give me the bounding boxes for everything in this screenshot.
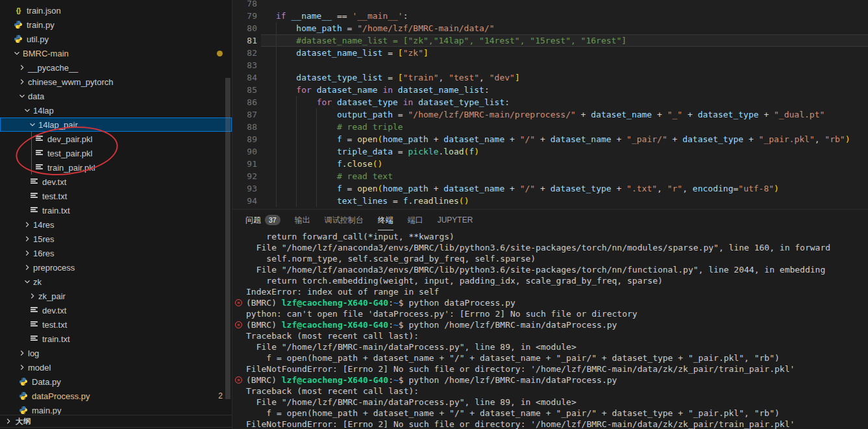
- panel-tab-ports[interactable]: 端口: [408, 210, 423, 230]
- code-line-79[interactable]: 79if __name__ == '__main__':: [232, 10, 868, 22]
- file-label: train.json: [27, 6, 61, 16]
- tree-item-train-txt[interactable]: train.txt: [0, 332, 232, 346]
- chevron-down-icon: [22, 105, 32, 116]
- file-label: dev.txt: [42, 177, 66, 187]
- panel-tab-problems[interactable]: 问题37: [245, 210, 280, 230]
- code-line-80[interactable]: 80 home_path = "/home/lzf/BMRC-main/data…: [232, 22, 868, 34]
- python-icon: [14, 20, 23, 29]
- code-text: f.close(): [276, 158, 382, 170]
- tree-folder-14lap[interactable]: 14lap: [0, 103, 232, 117]
- terminal-line: File "/home/lzf/BMRC-main/dataProcess.py…: [232, 341, 868, 352]
- tree-folder-preprocess[interactable]: preprocess: [0, 260, 232, 275]
- panel-tab-output[interactable]: 输出: [295, 210, 310, 230]
- line-number[interactable]: 84: [232, 71, 257, 84]
- panel-tab-jupyter[interactable]: JUPYTER: [438, 210, 473, 230]
- tree-item-data-py[interactable]: Data.py: [0, 374, 232, 389]
- code-line-88[interactable]: 88 # read triple: [232, 121, 868, 133]
- git-changes-badge: 2: [218, 391, 223, 400]
- line-number[interactable]: 85: [232, 84, 257, 96]
- code-line-83[interactable]: 83: [232, 59, 868, 71]
- tree-folder-chinese-wwm-pytorch[interactable]: chinese_wwm_pytorch: [0, 75, 232, 89]
- code-line-90[interactable]: 90 triple_data = pickle.load(f): [232, 145, 868, 158]
- code-line-84[interactable]: 84 dataset_type_list = ["train", "test",…: [232, 71, 868, 84]
- line-number[interactable]: 78: [232, 0, 257, 10]
- tree-folder-zk-pair[interactable]: zk_pair: [0, 289, 232, 303]
- file-label: Data.py: [32, 377, 61, 387]
- code-line-89[interactable]: 89 f = open(home_path + dataset_name + "…: [232, 133, 868, 145]
- code-line-86[interactable]: 86 for dataset_type in dataset_type_list…: [232, 96, 868, 108]
- panel-tab-label: 输出: [295, 215, 310, 226]
- tree-item-test-txt[interactable]: test.txt: [0, 189, 232, 203]
- code-text: #dataset_name_list = ["zk","14lap", "14r…: [276, 34, 626, 47]
- tree-item-dev-txt[interactable]: dev.txt: [0, 175, 232, 189]
- command-failed-icon: ✕: [235, 376, 242, 384]
- tree-folder-model[interactable]: model: [0, 360, 232, 374]
- line-number[interactable]: 82: [232, 47, 257, 59]
- terminal-line: File "/home/lzf/anaconda3/envs/BMRC/lib/…: [232, 264, 868, 275]
- line-number[interactable]: 79: [232, 10, 257, 22]
- code-line-87[interactable]: 87 output_path = "/home/lzf/BMRC-main/pr…: [232, 108, 868, 121]
- tree-folder-16res[interactable]: 16res: [0, 246, 232, 260]
- file-icon: [34, 134, 43, 143]
- tree-folder-log[interactable]: log: [0, 346, 232, 360]
- terminal-output[interactable]: return forward_call(*input, **kwargs) Fi…: [232, 231, 868, 429]
- line-number[interactable]: 90: [232, 145, 257, 158]
- line-number[interactable]: 91: [232, 158, 257, 170]
- terminal-line: File "/home/lzf/BMRC-main/dataProcess.py…: [232, 397, 868, 408]
- tree-folder-pycache[interactable]: __pycache__: [0, 60, 232, 75]
- line-number[interactable]: 86: [232, 96, 257, 108]
- tree-folder-15res[interactable]: 15res: [0, 232, 232, 246]
- tree-item-train-txt[interactable]: train.txt: [0, 203, 232, 217]
- line-number[interactable]: 92: [232, 170, 257, 182]
- code-line-93[interactable]: 93 f = open(home_path + dataset_name + "…: [232, 182, 868, 195]
- sidebar-scrollbar[interactable]: [225, 78, 230, 399]
- command-failed-icon: ✕: [235, 321, 242, 328]
- file-icon: [29, 206, 38, 215]
- code-line-94[interactable]: 94 text_lines = f.readlines(): [232, 195, 868, 207]
- code-text: triple_data = pickle.load(f): [276, 145, 479, 158]
- panel-tab-debug-console[interactable]: 调试控制台: [325, 210, 364, 230]
- code-line-81[interactable]: 81 #dataset_name_list = ["zk","14lap", "…: [232, 34, 868, 47]
- tree-item-dev-txt[interactable]: dev.txt: [0, 303, 232, 317]
- tree-item-test-txt[interactable]: test.txt: [0, 317, 232, 332]
- tree-folder-14lap-pair[interactable]: 14lap_pair: [0, 117, 232, 132]
- file-label: 16res: [33, 249, 55, 258]
- line-number[interactable]: 93: [232, 182, 257, 195]
- tree-item-test-pair-pkl[interactable]: test_pair.pkl: [0, 146, 232, 160]
- line-number[interactable]: 83: [232, 59, 257, 71]
- line-number[interactable]: 87: [232, 108, 257, 121]
- panel-tab-label: 端口: [408, 215, 423, 226]
- tree-folder-14res[interactable]: 14res: [0, 217, 232, 232]
- file-label: main.py: [32, 406, 62, 415]
- tree-item-dataprocess-py[interactable]: dataProcess.py2: [0, 389, 232, 403]
- outline-section-header[interactable]: 大纲: [0, 415, 232, 428]
- code-line-92[interactable]: 92 # read text: [232, 170, 868, 182]
- code-line-85[interactable]: 85 for dataset_name in dataset_name_list…: [232, 84, 868, 96]
- code-text: for dataset_name in dataset_name_list:: [276, 84, 490, 96]
- terminal-line: Traceback (most recent call last):: [232, 386, 868, 397]
- code-line-91[interactable]: 91 f.close(): [232, 158, 868, 170]
- line-number[interactable]: 94: [232, 195, 257, 207]
- code-line-78[interactable]: 78: [232, 0, 868, 10]
- tree-item-dev-pair-pkl[interactable]: dev_pair.pkl: [0, 132, 232, 146]
- code-line-82[interactable]: 82 dataset_name_list = ["zk"]: [232, 47, 868, 59]
- panel-tab-terminal[interactable]: 终端: [378, 210, 393, 230]
- tree-item-util-py[interactable]: util.py: [0, 32, 232, 46]
- line-number[interactable]: 88: [232, 121, 257, 133]
- terminal-line: Traceback (most recent call last):: [232, 330, 868, 341]
- tree-item-train-json[interactable]: {}train.json: [0, 3, 232, 18]
- file-label: train.txt: [42, 334, 70, 344]
- tree-folder-data[interactable]: data: [0, 89, 232, 103]
- tree-item-train-py[interactable]: train.py: [0, 18, 232, 32]
- file-label: zk_pair: [38, 291, 66, 301]
- chevron-down-icon: [27, 119, 38, 130]
- line-number[interactable]: 81: [232, 34, 257, 47]
- code-editor[interactable]: 7879if __name__ == '__main__':80 home_pa…: [232, 0, 868, 209]
- line-number[interactable]: 80: [232, 22, 257, 34]
- code-text: output_path = "/home/lzf/BMRC-main/prepr…: [276, 108, 825, 121]
- tree-folder-bmrc-main[interactable]: BMRC-main: [0, 46, 232, 60]
- tree-folder-zk[interactable]: zk: [0, 275, 232, 289]
- tree-item-train-pair-pkl[interactable]: train_pair.pkl: [0, 160, 232, 175]
- file-label: test.txt: [42, 191, 67, 201]
- line-number[interactable]: 89: [232, 133, 257, 145]
